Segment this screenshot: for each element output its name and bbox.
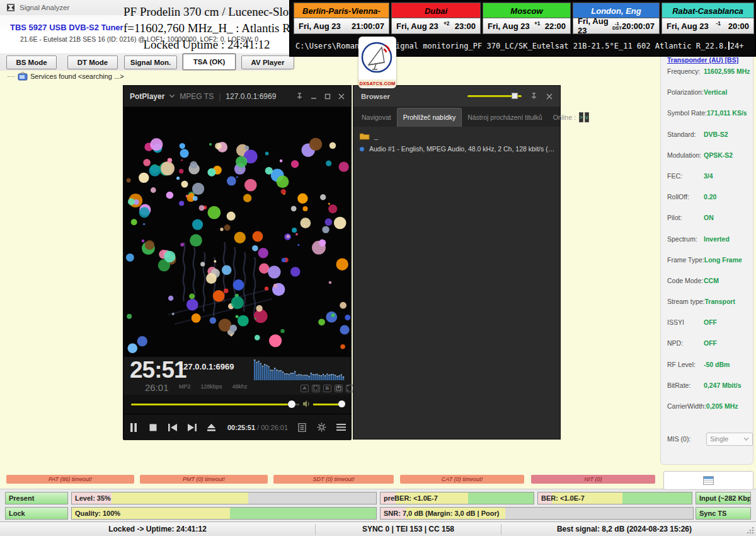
signal-bar-present: Present [5,492,68,504]
transponder-row: Pilot:ON [667,214,753,235]
chevron-down-icon[interactable] [169,95,175,98]
clock-time-value: 20:00:07 [622,21,655,31]
speaker-icon[interactable] [302,400,311,408]
clock-date: Fri, Aug 23 [488,21,530,31]
app-icon [6,3,15,12]
capture-icon[interactable] [335,385,343,392]
transponder-row-value: 0.20 [704,193,716,201]
tab-3[interactable]: Nástroj procházení titulků [462,108,547,127]
ab-repeat-b-button[interactable]: B [323,385,331,392]
transponder-row: Modulation:QPSK-S2 [667,151,753,172]
aspect-icon[interactable] [312,385,320,392]
pin-icon[interactable] [296,93,303,100]
mode-button-signal-mon-[interactable]: Signal Mon. [124,55,177,69]
stop-button[interactable] [143,414,163,441]
transponder-row: ISSYIOFF [667,318,753,339]
mis-dropdown[interactable]: Single [706,433,753,446]
browser-window: Browser NavigovatProhlížeč nabídkyNástro… [353,85,561,440]
transponder-panel: Transponder (AU) [BS] Frequency:11602,59… [660,54,753,465]
transponder-row-value: Vertical [704,88,727,96]
timeout-bar-2: PMT (0) timeout! [140,475,268,484]
timeout-bar-3: SDT (0) timeout! [273,475,394,484]
mode-button-tsa-ok-[interactable]: TSA (OK) [183,54,236,70]
transponder-row-value: 0,205 MHz [706,402,738,410]
statusbar-uptime: Locked -> Uptime: 24:41:12 [0,522,315,536]
online-label: Online : [548,108,578,127]
audio-track-item[interactable]: Audio #1 - English, MPEG Audio, 48.0 kHz… [360,145,556,153]
transponder-row: Polarization:Vertical [667,88,753,109]
seek-knob[interactable] [288,400,295,408]
previous-button[interactable] [163,414,182,441]
resize-grip[interactable] [747,527,754,534]
signal-bar-quality: Quality: 100% [71,507,377,520]
clock-time-value: 21:00:07 [352,21,384,31]
transponder-row-label: ISSYI [667,318,704,326]
mis-label: MIS (0): [667,435,704,443]
player-titlebar[interactable]: PotPlayer MPEG TS | 127.0.0.1:6969 [123,86,351,107]
video-area[interactable] [124,107,352,357]
maximize-icon[interactable] [324,93,331,100]
clock-utc-offset: -1 [716,20,721,26]
ab-repeat-a-button[interactable]: A [301,385,309,392]
transponder-row-label: Symbol Rate: [667,109,707,117]
clock-time-row: Fri, Aug 23+223:00 [391,18,481,34]
pin-icon[interactable] [530,93,537,100]
world-clock-3: MoscowFri, Aug 23+122:00 [483,3,571,34]
transponder-row: RF Level:-50 dBm [667,361,753,382]
transponder-row-value: QPSK-S2 [704,151,733,159]
signal-bar-sync: Sync TS [696,507,751,520]
seek-bar[interactable] [131,404,290,405]
browser-titlebar[interactable]: Browser [353,86,560,107]
eject-button[interactable] [202,414,221,441]
online-next-button[interactable]: > [579,112,583,122]
signal-bar-label: Lock [9,508,25,519]
browser-slider[interactable] [467,95,522,97]
signal-bar-label: Sync TS [699,508,726,519]
transponder-row-label: Modulation: [667,151,704,159]
clock-date: Fri, Aug 23 [667,21,709,31]
menu-hamburger-icon[interactable] [331,414,351,441]
timeout-bar-5: NIT (0) [531,475,655,484]
bar-segment [622,492,692,504]
tab-2[interactable]: Prohlížeč nabídky [397,108,462,127]
clock-date: Fri, Aug 23 [578,16,612,35]
volume-knob[interactable] [338,400,345,407]
transponder-row-value: ON [704,214,714,221]
tab-1[interactable]: Navigovat [356,108,397,127]
minimize-icon[interactable] [311,93,317,100]
mode-button-dt-mode[interactable]: DT Mode [67,55,118,69]
transponder-row: BitRate:0,247 Mbit/s [667,382,753,402]
transport-list-button[interactable] [663,471,753,490]
world-clock-1: Berlin-Paris-Vienna-RomaFri, Aug 2321:00… [294,3,389,34]
world-clock-5: Rabat-CasablancaFri, Aug 23-120:00 [662,3,754,34]
transponder-row-label: Polarization: [667,88,704,96]
mode-button-av-player[interactable]: AV Player [241,55,294,69]
pause-button[interactable] [123,414,143,441]
transponder-row: Code Mode:CCM [667,277,753,298]
playlist-icon[interactable] [292,414,312,441]
world-clock-2: DubaiFri, Aug 23+223:00 [391,3,481,34]
signal-bar-ber: BER: <1.0E-7 [537,492,692,504]
statusbar-best-signal: Best signal: 8,2 dB (2024-08-23 15:26) [501,522,747,536]
mode-button-bs-mode[interactable]: BS Mode [6,55,57,69]
clock-time-value: 22:00 [545,21,566,31]
next-button[interactable] [182,414,202,441]
close-icon[interactable] [546,93,553,100]
signal-bar-lock: Lock [5,507,68,520]
player-app-name: PotPlayer [130,92,164,101]
overlay-line-antenna: PF Prodelin 370 cm / Lucenec-Slovakia [123,4,290,20]
signal-bar-label: BER: <1.0E-7 [541,492,585,504]
world-clocks: Berlin-Paris-Vienna-RomaFri, Aug 2321:00… [294,3,754,34]
folder-row[interactable]: _ [360,132,378,140]
clock-date: Fri, Aug 23 [396,21,438,31]
bar-segment [248,492,376,504]
browser-slider-knob[interactable] [512,93,518,99]
online-dropdown-button[interactable]: v [585,112,589,122]
clock-utc-offset: -1DST [612,21,622,30]
close-icon[interactable] [338,93,345,100]
signal-bar-label: SNR: 7,0 dB (Margin: 3,0 dB | Poor) [384,508,499,519]
bar-fill [72,492,376,504]
settings-gear-icon[interactable] [312,414,331,441]
transponder-row: Spectrum:Inverted [667,235,753,256]
services-tree-item[interactable]: Services found <searching ...> [8,71,124,82]
